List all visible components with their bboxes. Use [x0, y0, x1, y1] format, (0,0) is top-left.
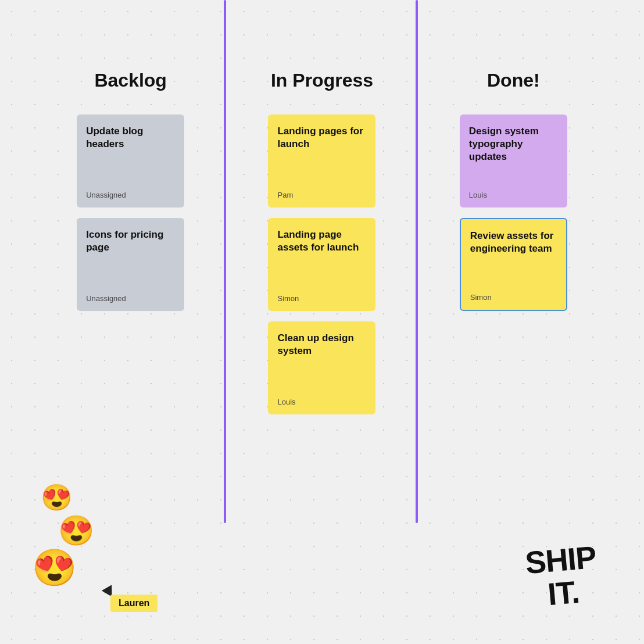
card-assignee-review-assets-engineering: Simon — [470, 293, 557, 302]
done-cards: Design system typography updates Louis R… — [418, 115, 609, 311]
in-progress-cards: Landing pages for launch Pam Landing pag… — [226, 115, 417, 414]
column-in-progress: In Progress Landing pages for launch Pam… — [226, 70, 417, 609]
card-title-clean-up-design: Clean up design system — [277, 332, 366, 381]
card-assignee-design-system-typography: Louis — [469, 191, 558, 199]
card-design-system-typography[interactable]: Design system typography updates Louis — [460, 115, 567, 207]
card-update-blog[interactable]: Update blog headers Unassigned — [77, 115, 184, 207]
column-header-done: Done! — [487, 70, 540, 91]
card-review-assets-engineering[interactable]: Review assets for engineering team Simon — [460, 218, 567, 311]
card-assignee-landing-pages-launch: Pam — [277, 191, 366, 199]
card-assignee-landing-page-assets: Simon — [277, 294, 366, 303]
emoji-heart-eyes-2: 😍 — [58, 516, 94, 545]
card-title-landing-page-assets: Landing page assets for launch — [277, 228, 366, 278]
card-assignee-clean-up-design: Louis — [277, 398, 366, 406]
backlog-cards: Update blog headers Unassigned Icons for… — [35, 115, 226, 311]
ship-it-text: SHIP IT. — [524, 541, 600, 613]
card-title-landing-pages-launch: Landing pages for launch — [277, 125, 366, 174]
card-assignee-icons-pricing: Unassigned — [86, 294, 175, 303]
ship-it-line1: SHIP — [524, 541, 598, 579]
emoji-heart-eyes-1: 😍 — [41, 485, 73, 510]
card-assignee-update-blog: Unassigned — [86, 191, 175, 199]
card-landing-pages-launch[interactable]: Landing pages for launch Pam — [268, 115, 375, 207]
card-clean-up-design[interactable]: Clean up design system Louis — [268, 321, 375, 414]
user-tooltip: Lauren — [110, 595, 158, 612]
column-header-in-progress: In Progress — [271, 70, 373, 91]
emoji-heart-eyes-3: 😍 — [32, 550, 77, 586]
column-done: Done! Design system typography updates L… — [418, 70, 609, 609]
card-title-icons-pricing: Icons for pricing page — [86, 228, 175, 278]
card-landing-page-assets[interactable]: Landing page assets for launch Simon — [268, 218, 375, 311]
column-header-backlog: Backlog — [94, 70, 166, 91]
card-title-design-system-typography: Design system typography updates — [469, 125, 558, 174]
card-title-review-assets-engineering: Review assets for engineering team — [470, 230, 557, 277]
card-title-update-blog: Update blog headers — [86, 125, 175, 174]
card-icons-pricing[interactable]: Icons for pricing page Unassigned — [77, 218, 184, 311]
